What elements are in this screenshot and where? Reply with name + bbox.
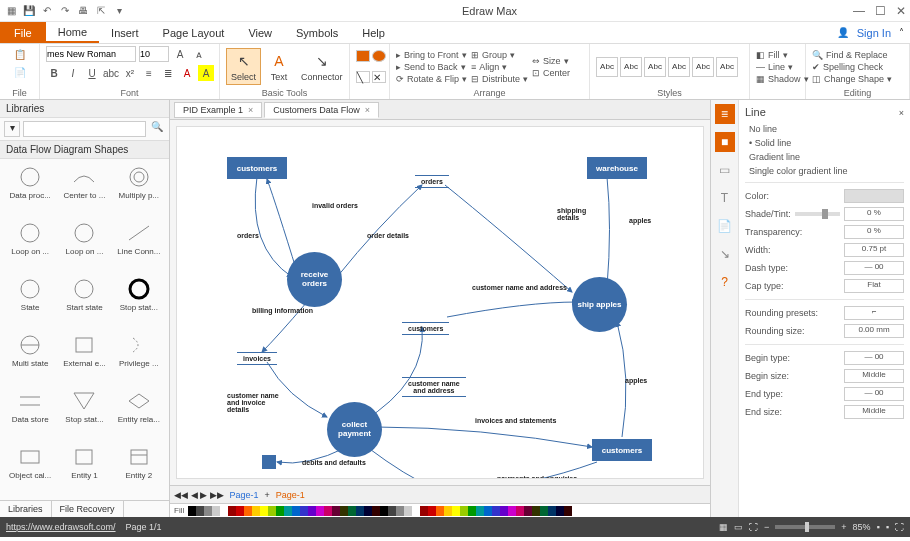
palette-swatch[interactable] (300, 506, 308, 516)
palette-swatch[interactable] (268, 506, 276, 516)
beginsize-value[interactable]: Middle (844, 369, 904, 383)
page-panel-icon[interactable]: 📄 (715, 216, 735, 236)
text-tool[interactable]: AText (265, 49, 293, 84)
spell-check-btn[interactable]: ✔ Spelling Check (812, 62, 892, 72)
palette-swatch[interactable] (324, 506, 332, 516)
node-ship-apples[interactable]: ship apples (572, 277, 627, 332)
color-picker[interactable] (844, 189, 904, 203)
qat-export-icon[interactable]: ⇱ (94, 4, 108, 18)
palette-swatch[interactable] (276, 506, 284, 516)
palette-swatch[interactable] (564, 506, 572, 516)
minimize-button[interactable]: — (853, 4, 865, 18)
tab-home[interactable]: Home (46, 22, 99, 43)
palette-swatch[interactable] (292, 506, 300, 516)
shape-item[interactable]: Entity rela... (113, 387, 165, 440)
palette-swatch[interactable] (188, 506, 196, 516)
view-normal-icon[interactable]: ▦ (719, 522, 728, 532)
style-swatch[interactable]: Abc (596, 57, 618, 77)
palette-swatch[interactable] (244, 506, 252, 516)
doc-tab[interactable]: PID Example 1× (174, 102, 262, 118)
status-url[interactable]: https://www.edrawsoft.com/ (6, 522, 116, 532)
qat-file-icon[interactable]: ▦ (4, 4, 18, 18)
style-swatch[interactable]: Abc (668, 57, 690, 77)
shape-rect-icon[interactable] (356, 50, 370, 62)
palette-swatch[interactable] (196, 506, 204, 516)
node-customers[interactable]: customers (227, 157, 287, 179)
copy-icon[interactable]: 📄 (12, 64, 28, 80)
shade-slider[interactable] (795, 212, 840, 216)
shape-item[interactable]: Entity 1 (58, 443, 110, 496)
fill-panel-icon[interactable]: ■ (715, 132, 735, 152)
bring-to-front[interactable]: ▸ Bring to Front ▾ (396, 50, 467, 60)
style-swatch[interactable]: Abc (644, 57, 666, 77)
close-icon[interactable]: × (365, 105, 370, 115)
shape-line-icon[interactable]: ╲ (356, 71, 370, 83)
width-value[interactable]: 0.75 pt (844, 243, 904, 257)
font-name-select[interactable] (46, 46, 136, 62)
palette-swatch[interactable] (468, 506, 476, 516)
zoom-in-icon[interactable]: + (841, 522, 846, 532)
close-icon[interactable]: × (899, 108, 904, 118)
paste-icon[interactable]: 📋 (12, 46, 28, 62)
palette-swatch[interactable] (436, 506, 444, 516)
lib-tab-recovery[interactable]: File Recovery (52, 501, 124, 517)
palette-swatch[interactable] (228, 506, 236, 516)
roundsz-value[interactable]: 0.00 mm (844, 324, 904, 338)
text-panel-icon[interactable]: T (715, 188, 735, 208)
rotate-flip[interactable]: ⟳ Rotate & Flip ▾ (396, 74, 467, 84)
bullet-button[interactable]: ≡ (141, 65, 157, 81)
palette-swatch[interactable] (348, 506, 356, 516)
palette-swatch[interactable] (356, 506, 364, 516)
palette-swatch[interactable] (532, 506, 540, 516)
palette-swatch[interactable] (428, 506, 436, 516)
store-customers[interactable]: customers (402, 322, 449, 335)
tab-insert[interactable]: Insert (99, 22, 151, 43)
palette-swatch[interactable] (404, 506, 412, 516)
align-button[interactable]: ≣ (160, 65, 176, 81)
tab-view[interactable]: View (236, 22, 284, 43)
library-add-icon[interactable]: ▾ (4, 121, 20, 137)
align-btn[interactable]: ≡ Align ▾ (471, 62, 528, 72)
distribute-btn[interactable]: ⊟ Distribute ▾ (471, 74, 528, 84)
shape-item[interactable]: Multiply p... (113, 163, 165, 216)
node-customers2[interactable]: customers (592, 439, 652, 461)
palette-swatch[interactable] (548, 506, 556, 516)
palette-swatch[interactable] (340, 506, 348, 516)
palette-swatch[interactable] (284, 506, 292, 516)
palette-swatch[interactable] (516, 506, 524, 516)
status-icon[interactable]: ▪ (886, 522, 889, 532)
palette-swatch[interactable] (396, 506, 404, 516)
style-swatch[interactable]: Abc (716, 57, 738, 77)
round-preset[interactable]: ⌐ (844, 306, 904, 320)
line-type-grad[interactable]: Gradient line (745, 150, 904, 164)
strike-button[interactable]: abc (103, 65, 119, 81)
status-icon[interactable]: ▪ (877, 522, 880, 532)
sign-in-link[interactable]: Sign In (857, 27, 891, 39)
line-type-none[interactable]: No line (745, 122, 904, 136)
palette-swatch[interactable] (372, 506, 380, 516)
qat-redo-icon[interactable]: ↷ (58, 4, 72, 18)
palette-swatch[interactable] (212, 506, 220, 516)
zoom-slider[interactable] (775, 525, 835, 529)
palette-swatch[interactable] (540, 506, 548, 516)
shape-oval-icon[interactable] (372, 50, 386, 62)
palette-swatch[interactable] (388, 506, 396, 516)
palette-swatch[interactable] (476, 506, 484, 516)
store-invoices[interactable]: invoices (237, 352, 277, 365)
italic-button[interactable]: I (65, 65, 81, 81)
add-page[interactable]: + (265, 490, 270, 500)
shade-value[interactable]: 0 % (844, 207, 904, 221)
find-replace-btn[interactable]: 🔍 Find & Replace (812, 50, 892, 60)
palette-swatch[interactable] (260, 506, 268, 516)
palette-swatch[interactable] (508, 506, 516, 516)
doc-tab[interactable]: Customers Data Flow× (264, 102, 379, 118)
node-warehouse[interactable]: warehouse (587, 157, 647, 179)
dash-value[interactable]: — 00 (844, 261, 904, 275)
style-swatch[interactable]: Abc (692, 57, 714, 77)
palette-swatch[interactable] (252, 506, 260, 516)
palette-swatch[interactable] (556, 506, 564, 516)
palette-swatch[interactable] (460, 506, 468, 516)
canvas[interactable]: customers warehouse receive orders ship … (176, 126, 704, 479)
send-to-back[interactable]: ▸ Send to Back ▾ (396, 62, 467, 72)
layers-panel-icon[interactable]: ▭ (715, 160, 735, 180)
